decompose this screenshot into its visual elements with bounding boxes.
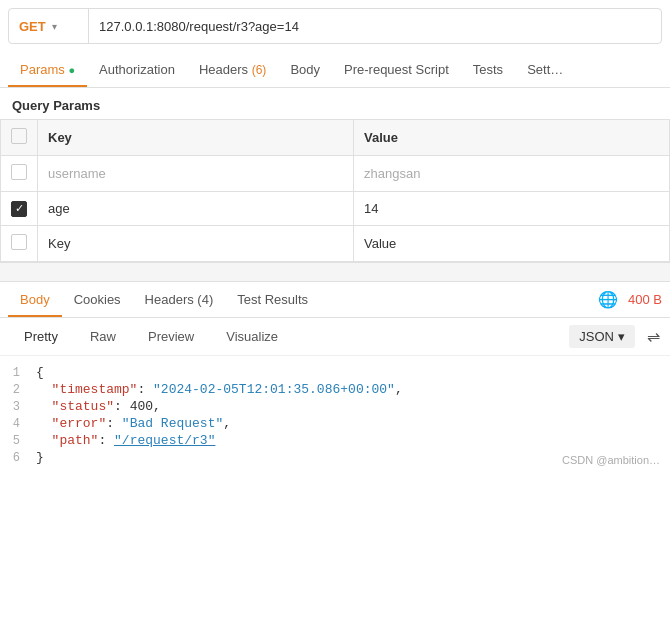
- request-tabs: Params ● Authorization Headers (6) Body …: [0, 52, 670, 88]
- row-key-empty[interactable]: Key: [38, 225, 354, 261]
- format-tab-visualize[interactable]: Visualize: [212, 324, 292, 349]
- code-line-2: 2 "timestamp": "2024-02-05T12:01:35.086+…: [0, 381, 670, 398]
- row-value-age[interactable]: 14: [354, 192, 670, 226]
- format-tab-pretty[interactable]: Pretty: [10, 324, 72, 349]
- line-number: 6: [0, 451, 36, 465]
- table-row: Key Value: [1, 225, 670, 261]
- code-line-5: 5 "path": "/request/r3": [0, 432, 670, 449]
- tab-params[interactable]: Params ●: [8, 52, 87, 87]
- globe-icon: 🌐: [598, 290, 618, 309]
- chevron-icon: ▾: [52, 21, 57, 32]
- status-badge: 400 B: [628, 292, 662, 307]
- format-tab-raw[interactable]: Raw: [76, 324, 130, 349]
- row-key-username[interactable]: username: [38, 156, 354, 192]
- tab-tests[interactable]: Tests: [461, 52, 515, 87]
- response-tab-test-results[interactable]: Test Results: [225, 282, 320, 317]
- line-number: 3: [0, 400, 36, 414]
- table-row: username zhangsan: [1, 156, 670, 192]
- row-value-empty[interactable]: Value: [354, 225, 670, 261]
- response-right: 🌐 400 B: [598, 290, 662, 309]
- row-checkbox-username[interactable]: [11, 164, 27, 180]
- method-label: GET: [19, 19, 46, 34]
- tab-settings[interactable]: Sett…: [515, 52, 575, 87]
- header-checkbox[interactable]: [11, 128, 27, 144]
- row-checkbox-empty[interactable]: [11, 234, 27, 250]
- tab-headers[interactable]: Headers (6): [187, 52, 278, 87]
- table-row: age 14: [1, 192, 670, 226]
- format-tab-preview[interactable]: Preview: [134, 324, 208, 349]
- code-line-1: 1 {: [0, 364, 670, 381]
- code-line-3: 3 "status": 400,: [0, 398, 670, 415]
- json-chevron-icon: ▾: [618, 329, 625, 344]
- col-header-value: Value: [354, 120, 670, 156]
- json-type-selector[interactable]: JSON ▾: [569, 325, 635, 348]
- line-number: 5: [0, 434, 36, 448]
- json-label: JSON: [579, 329, 614, 344]
- col-header-checkbox: [1, 120, 38, 156]
- response-tabs: Body Cookies Headers (4) Test Results 🌐 …: [0, 282, 670, 318]
- params-table: Key Value username zhangsan age 14: [0, 119, 670, 262]
- watermark: CSDN @ambition…: [562, 454, 660, 466]
- line-number: 4: [0, 417, 36, 431]
- row-checkbox-age[interactable]: [11, 201, 27, 217]
- row-checkbox-cell: [1, 156, 38, 192]
- url-bar: GET ▾: [8, 8, 662, 44]
- url-input[interactable]: [89, 19, 661, 34]
- wrap-icon[interactable]: ⇌: [647, 327, 660, 346]
- col-header-key: Key: [38, 120, 354, 156]
- tab-prerequest[interactable]: Pre-request Script: [332, 52, 461, 87]
- row-checkbox-cell: [1, 225, 38, 261]
- response-tab-headers[interactable]: Headers (4): [133, 282, 226, 317]
- code-line-4: 4 "error": "Bad Request",: [0, 415, 670, 432]
- row-checkbox-cell: [1, 192, 38, 226]
- method-selector[interactable]: GET ▾: [9, 9, 89, 43]
- tab-authorization[interactable]: Authorization: [87, 52, 187, 87]
- line-number: 2: [0, 383, 36, 397]
- response-tab-cookies[interactable]: Cookies: [62, 282, 133, 317]
- row-value-username[interactable]: zhangsan: [354, 156, 670, 192]
- line-number: 1: [0, 366, 36, 380]
- query-params-title: Query Params: [0, 88, 670, 119]
- tab-body[interactable]: Body: [278, 52, 332, 87]
- response-tab-body[interactable]: Body: [8, 282, 62, 317]
- format-tabs: Pretty Raw Preview Visualize JSON ▾ ⇌: [0, 318, 670, 356]
- section-divider: [0, 262, 670, 282]
- row-key-age[interactable]: age: [38, 192, 354, 226]
